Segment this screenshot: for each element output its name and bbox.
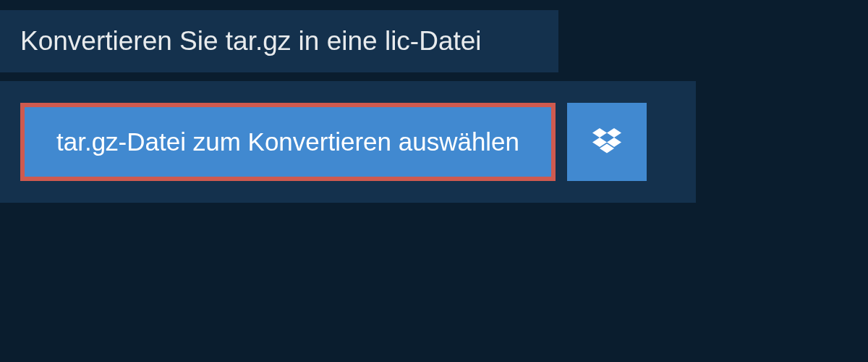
- dropbox-button[interactable]: [567, 103, 647, 181]
- select-file-button[interactable]: tar.gz-Datei zum Konvertieren auswählen: [25, 107, 551, 177]
- page-title: Konvertieren Sie tar.gz in eine lic-Date…: [20, 26, 538, 56]
- select-button-highlight: tar.gz-Datei zum Konvertieren auswählen: [20, 103, 556, 181]
- dropbox-icon: [592, 128, 621, 156]
- upload-panel: tar.gz-Datei zum Konvertieren auswählen: [0, 81, 696, 203]
- header-bar: Konvertieren Sie tar.gz in eine lic-Date…: [0, 10, 558, 72]
